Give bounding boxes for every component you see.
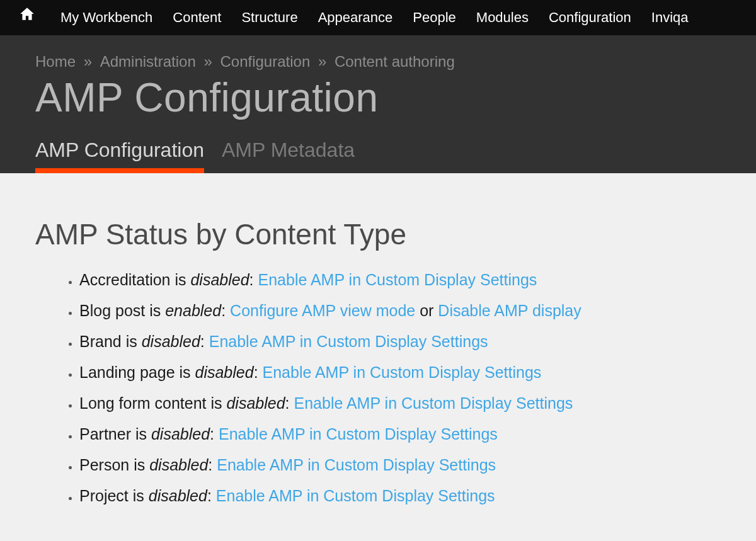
top-navbar: My WorkbenchContentStructureAppearancePe… <box>0 0 756 35</box>
content-type-state: disabled <box>142 333 200 350</box>
content-type-name: Long form content is <box>79 394 226 412</box>
breadcrumb-link[interactable]: Home <box>35 53 76 70</box>
main-content: AMP Status by Content Type Accreditation… <box>0 173 756 541</box>
tab-amp-metadata[interactable]: AMP Metadata <box>222 139 355 173</box>
content-type-name: Project is <box>79 487 149 504</box>
nav-item-appearance[interactable]: Appearance <box>308 0 403 35</box>
nav-item-my-workbench[interactable]: My Workbench <box>50 0 163 35</box>
breadcrumb-separator: » <box>314 53 331 70</box>
content-type-state: enabled <box>165 302 221 319</box>
content-type-state: disabled <box>149 456 208 474</box>
content-type-name: Brand is <box>79 333 142 350</box>
content-type-row: Person is disabled: Enable AMP in Custom… <box>79 454 721 476</box>
content-type-row: Project is disabled: Enable AMP in Custo… <box>79 485 721 507</box>
content-type-state: disabled <box>226 394 285 412</box>
nav-item-inviqa[interactable]: Inviqa <box>641 0 699 35</box>
content-type-name: Accreditation is <box>79 271 190 288</box>
nav-item-configuration[interactable]: Configuration <box>539 0 641 35</box>
content-type-row: Brand is disabled: Enable AMP in Custom … <box>79 331 721 353</box>
breadcrumb-link[interactable]: Administration <box>100 53 196 70</box>
content-type-row: Accreditation is disabled: Enable AMP in… <box>79 269 721 291</box>
content-type-row: Long form content is disabled: Enable AM… <box>79 392 721 414</box>
content-type-row: Landing page is disabled: Enable AMP in … <box>79 362 721 384</box>
nav-item-structure[interactable]: Structure <box>231 0 307 35</box>
breadcrumb: Home » Administration » Configuration » … <box>35 53 721 71</box>
configure-amp-link[interactable]: Configure AMP view mode <box>230 302 415 319</box>
breadcrumb-separator: » <box>200 53 217 70</box>
enable-amp-link[interactable]: Enable AMP in Custom Display Settings <box>258 271 537 288</box>
enable-amp-link[interactable]: Enable AMP in Custom Display Settings <box>216 487 495 504</box>
or-separator: or <box>415 302 438 319</box>
enable-amp-link[interactable]: Enable AMP in Custom Display Settings <box>219 425 498 443</box>
content-type-name: Person is <box>79 456 149 474</box>
nav-item-modules[interactable]: Modules <box>466 0 539 35</box>
content-type-name: Landing page is <box>79 363 195 381</box>
breadcrumb-link[interactable]: Content authoring <box>335 53 455 70</box>
section-heading: AMP Status by Content Type <box>35 217 721 251</box>
page-title: AMP Configuration <box>35 74 721 121</box>
content-type-row: Partner is disabled: Enable AMP in Custo… <box>79 423 721 445</box>
enable-amp-link[interactable]: Enable AMP in Custom Display Settings <box>263 363 542 381</box>
breadcrumb-link[interactable]: Configuration <box>220 53 310 70</box>
breadcrumb-separator: » <box>79 53 96 70</box>
enable-amp-link[interactable]: Enable AMP in Custom Display Settings <box>294 394 573 412</box>
nav-item-people[interactable]: People <box>403 0 466 35</box>
disable-amp-link[interactable]: Disable AMP display <box>438 302 581 319</box>
tab-amp-configuration[interactable]: AMP Configuration <box>35 139 204 173</box>
content-type-state: disabled <box>190 271 249 288</box>
content-type-row: Blog post is enabled: Configure AMP view… <box>79 300 721 322</box>
content-type-state: disabled <box>149 487 207 504</box>
nav-item-content[interactable]: Content <box>163 0 231 35</box>
content-type-name: Blog post is <box>79 302 165 319</box>
enable-amp-link[interactable]: Enable AMP in Custom Display Settings <box>209 333 488 350</box>
content-type-status-list: Accreditation is disabled: Enable AMP in… <box>35 269 721 507</box>
content-type-state: disabled <box>151 425 210 443</box>
tab-bar: AMP ConfigurationAMP Metadata <box>35 139 721 173</box>
content-type-state: disabled <box>195 363 253 381</box>
nav-home[interactable] <box>6 0 50 35</box>
home-icon <box>19 6 35 22</box>
content-type-name: Partner is <box>79 425 151 443</box>
enable-amp-link[interactable]: Enable AMP in Custom Display Settings <box>217 456 496 474</box>
page-header: Home » Administration » Configuration » … <box>0 35 756 173</box>
